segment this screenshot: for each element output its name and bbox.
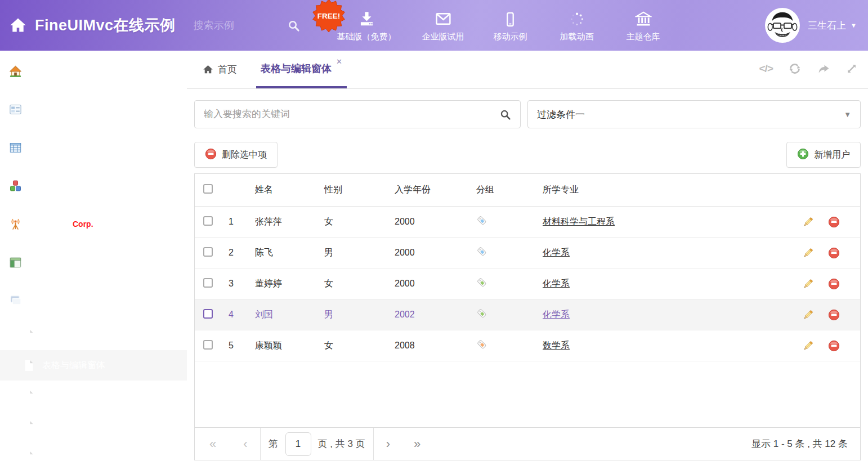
sidebar-subitem-label: 表格与编辑窗体（不...: [42, 390, 131, 402]
delete-row-icon[interactable]: [828, 309, 840, 321]
header-nav-item-1[interactable]: 企业版试用: [422, 8, 464, 42]
column-header-name[interactable]: 姓名: [248, 184, 321, 196]
row-checkbox[interactable]: [203, 278, 213, 288]
sidebar-item-label: 内联框架: [31, 294, 69, 307]
table-row-2[interactable]: 2陈飞男2000化学系: [195, 238, 860, 268]
avatar[interactable]: [765, 8, 800, 43]
delete-row-icon[interactable]: [828, 247, 840, 259]
envelope-icon: [435, 8, 452, 28]
main-content: 首页 表格与编辑窗体 ✕ </> 过滤条件一 ▼: [187, 51, 868, 470]
delete-row-icon[interactable]: [828, 278, 840, 290]
chevron-down-icon: ▼: [172, 297, 178, 304]
column-header-year[interactable]: 入学年份: [390, 184, 473, 196]
cell-year: 2000: [390, 248, 473, 258]
bank-icon: [635, 8, 652, 28]
first-page-button[interactable]: «: [209, 438, 216, 450]
page-icon: [24, 420, 34, 432]
table-row-4[interactable]: 4刘国男2002化学系: [195, 299, 860, 330]
corp-badge: Corp.: [73, 220, 93, 229]
tab-grid-edit-window[interactable]: 表格与编辑窗体 ✕: [256, 51, 347, 88]
sidebar-item-5[interactable]: 页面布局▶: [0, 243, 187, 281]
major-link[interactable]: 材料科学与工程系: [543, 217, 615, 226]
table-row-1[interactable]: 1张萍萍女2000材料科学与工程系: [195, 207, 860, 238]
sidebar-subitem-0[interactable]: 弹出窗体（本页面或...: [0, 320, 187, 350]
edit-pencil-icon[interactable]: [802, 216, 814, 228]
page-icon: [24, 360, 34, 371]
delete-row-icon[interactable]: [828, 340, 840, 352]
user-menu[interactable]: 三生石上 ▼: [765, 8, 857, 43]
open-new-window-icon[interactable]: [817, 62, 830, 75]
row-checkbox[interactable]: [203, 340, 213, 350]
cell-gender: 女: [321, 340, 390, 352]
table-row-5[interactable]: 5康颖颖女2008数学系: [195, 330, 860, 361]
group-tag-icon: [473, 246, 536, 260]
download-icon: [358, 8, 375, 28]
select-all-checkbox[interactable]: [203, 184, 213, 194]
header-nav-item-3[interactable]: 加载动画: [557, 8, 597, 42]
view-source-icon[interactable]: </>: [759, 62, 773, 75]
column-header-gender[interactable]: 性别: [321, 184, 390, 196]
page-number-input[interactable]: [285, 432, 311, 456]
sidebar-subitem-3[interactable]: 子窗口向父窗口传值: [0, 411, 187, 441]
header-search: [194, 19, 300, 32]
header-nav-label: 基础版（免费）: [337, 32, 396, 42]
last-page-button[interactable]: »: [414, 438, 420, 450]
table-row-3[interactable]: 3董婷婷女2000化学系: [195, 268, 860, 299]
row-checkbox[interactable]: [203, 309, 213, 319]
logo[interactable]: FineUIMvc在线示例: [9, 15, 176, 35]
cell-year: 2000: [390, 217, 473, 227]
row-checkbox[interactable]: [203, 247, 213, 257]
sidebar-item-4[interactable]: 移动控件Corp.▶: [0, 205, 187, 243]
grid-search-icon[interactable]: [499, 109, 511, 120]
grid-toolbar: 删除选中项 新增用户: [194, 142, 861, 168]
sidebar-item-label: 移动控件: [31, 218, 69, 231]
row-number: 2: [229, 248, 248, 258]
header-nav-label: 主题仓库: [627, 32, 660, 42]
sidebar-item-6[interactable]: 内联框架▼: [0, 281, 187, 320]
tab-active-label: 表格与编辑窗体: [261, 62, 332, 75]
chevron-right-icon: ▶: [173, 259, 178, 266]
edit-pencil-icon[interactable]: [802, 278, 814, 290]
column-header-major[interactable]: 所学专业: [536, 184, 794, 196]
keyword-search-input[interactable]: [195, 109, 499, 120]
refresh-icon[interactable]: [788, 62, 802, 75]
add-user-button[interactable]: 新增用户: [786, 142, 861, 168]
edit-pencil-icon[interactable]: [802, 340, 814, 352]
sidebar-subitem-2[interactable]: 表格与编辑窗体（不...: [0, 381, 187, 411]
edit-pencil-icon[interactable]: [802, 247, 814, 259]
header-search-input[interactable]: [194, 20, 278, 32]
fullscreen-icon[interactable]: [845, 62, 858, 75]
sidebar-item-1[interactable]: 表单控件▶: [0, 90, 187, 128]
header-nav-label: 移动示例: [494, 32, 527, 42]
major-link[interactable]: 数学系: [543, 341, 570, 350]
cubes-icon: [9, 180, 22, 193]
cell-gender: 男: [321, 247, 390, 259]
next-page-button[interactable]: ›: [386, 438, 390, 450]
tab-toolbar: </>: [759, 51, 858, 87]
sidebar-subitem-label: 子窗口向父窗口传值: [42, 420, 123, 432]
sidebar-item-3[interactable]: 更多控件▶: [0, 167, 187, 205]
edit-pencil-icon[interactable]: [802, 309, 814, 321]
tab-home[interactable]: 首页: [203, 51, 237, 88]
sidebar-item-0[interactable]: 基本用法▶: [0, 52, 187, 90]
delete-row-icon[interactable]: [828, 216, 840, 228]
column-header-group[interactable]: 分组: [473, 184, 536, 196]
sidebar-subitem-4[interactable]: 子窗口向父窗口传值...: [0, 441, 187, 470]
user-name: 三生石上: [808, 19, 846, 32]
major-link[interactable]: 化学系: [543, 310, 570, 319]
filter-dropdown[interactable]: 过滤条件一 ▼: [527, 100, 861, 128]
delete-selected-button[interactable]: 删除选中项: [194, 142, 278, 168]
previous-page-button[interactable]: ‹: [243, 438, 247, 450]
header-nav-item-2[interactable]: 移动示例: [490, 8, 531, 42]
tab-close-icon[interactable]: ✕: [336, 57, 342, 66]
header-nav-item-0[interactable]: FREE!基础版（免费）: [337, 8, 396, 42]
cell-name: 张萍萍: [248, 216, 321, 228]
search-icon[interactable]: [287, 19, 300, 32]
major-link[interactable]: 化学系: [543, 279, 570, 288]
sidebar-subitem-1[interactable]: 表格与编辑窗体: [0, 350, 187, 381]
major-link[interactable]: 化学系: [543, 248, 570, 257]
row-checkbox[interactable]: [203, 216, 213, 226]
sidebar-item-2[interactable]: 表格控件▶: [0, 128, 187, 167]
header-nav-item-4[interactable]: 主题仓库: [623, 8, 664, 42]
sidebar: 基本用法▶表单控件▶表格控件▶更多控件▶移动控件Corp.▶页面布局▶内联框架▼…: [0, 51, 187, 470]
